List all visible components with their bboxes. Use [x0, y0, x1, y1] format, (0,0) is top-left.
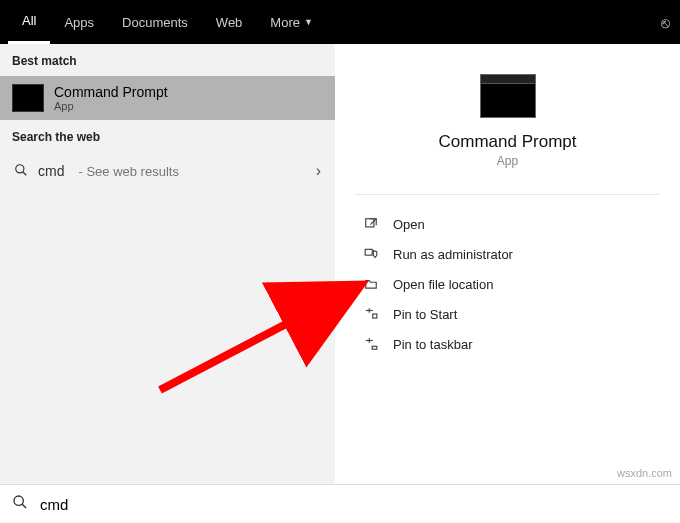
svg-point-11: [14, 496, 23, 505]
chevron-right-icon: ›: [316, 162, 321, 180]
best-match-title: Command Prompt: [54, 84, 168, 100]
tab-documents[interactable]: Documents: [108, 0, 202, 44]
best-match-result[interactable]: Command Prompt App: [0, 76, 335, 120]
tab-all[interactable]: All: [8, 0, 50, 44]
preview-header: Command Prompt App: [355, 74, 660, 195]
svg-rect-10: [372, 346, 377, 349]
action-run-admin[interactable]: Run as administrator: [355, 239, 660, 269]
results-panel: Best match Command Prompt App Search the…: [0, 44, 335, 484]
search-web-header: Search the web: [0, 120, 335, 152]
shield-icon: [363, 246, 379, 262]
open-icon: [363, 216, 379, 232]
best-match-subtitle: App: [54, 100, 168, 112]
web-result-query: cmd: [38, 163, 64, 179]
preview-subtitle: App: [497, 154, 518, 168]
action-pin-start-label: Pin to Start: [393, 307, 457, 322]
search-input[interactable]: [40, 496, 668, 513]
feedback-icon[interactable]: ⎋: [661, 14, 670, 31]
top-filter-bar: All Apps Documents Web More ▼ ⎋: [0, 0, 680, 44]
best-match-text: Command Prompt App: [54, 84, 168, 112]
watermark: wsxdn.com: [617, 467, 672, 479]
svg-point-0: [16, 164, 24, 172]
actions-list: Open Run as administrator Open file loca…: [335, 195, 680, 373]
search-icon: [12, 494, 28, 514]
action-open-label: Open: [393, 217, 425, 232]
svg-rect-7: [373, 314, 377, 318]
main-area: Best match Command Prompt App Search the…: [0, 44, 680, 484]
svg-line-1: [23, 171, 27, 175]
search-bar: [0, 484, 680, 523]
tab-web[interactable]: Web: [202, 0, 257, 44]
action-open-location[interactable]: Open file location: [355, 269, 660, 299]
tab-more-label: More: [270, 15, 300, 30]
command-prompt-large-icon: [480, 74, 536, 118]
command-prompt-icon: [12, 84, 44, 112]
best-match-header: Best match: [0, 44, 335, 76]
web-result-row[interactable]: cmd - See web results ›: [0, 152, 335, 190]
preview-title: Command Prompt: [439, 132, 577, 152]
web-result-hint: - See web results: [78, 164, 178, 179]
pin-taskbar-icon: [363, 336, 379, 352]
action-pin-taskbar-label: Pin to taskbar: [393, 337, 473, 352]
preview-panel: Command Prompt App Open Run as administr…: [335, 44, 680, 484]
pin-start-icon: [363, 306, 379, 322]
action-run-admin-label: Run as administrator: [393, 247, 513, 262]
tab-more[interactable]: More ▼: [256, 0, 327, 44]
action-pin-taskbar[interactable]: Pin to taskbar: [355, 329, 660, 359]
action-open-location-label: Open file location: [393, 277, 493, 292]
top-right-controls: ⎋: [661, 0, 670, 44]
svg-rect-4: [365, 249, 372, 255]
filter-tabs: All Apps Documents Web More ▼: [8, 0, 327, 44]
search-icon: [14, 163, 28, 180]
chevron-down-icon: ▼: [304, 17, 313, 27]
svg-line-3: [370, 219, 376, 225]
tab-apps[interactable]: Apps: [50, 0, 108, 44]
folder-icon: [363, 276, 379, 292]
action-open[interactable]: Open: [355, 209, 660, 239]
action-pin-start[interactable]: Pin to Start: [355, 299, 660, 329]
svg-line-12: [22, 504, 26, 508]
